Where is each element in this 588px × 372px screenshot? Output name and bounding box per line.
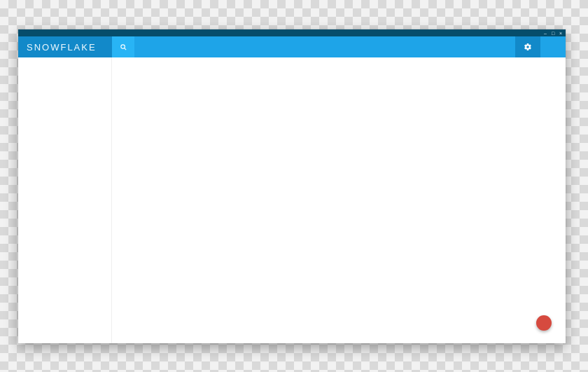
transparency-stage: – □ × SNOWFLAKE [0, 0, 588, 372]
search-input[interactable] [134, 36, 515, 57]
search-icon [120, 43, 127, 51]
search-button[interactable] [112, 36, 134, 57]
brand-label: SNOWFLAKE [27, 42, 97, 53]
os-titlebar: – □ × [18, 29, 566, 36]
svg-line-1 [124, 48, 126, 50]
header-tail [540, 36, 566, 57]
minimize-icon: – [544, 31, 547, 36]
app-window: – □ × SNOWFLAKE [18, 29, 566, 343]
app-header: SNOWFLAKE [18, 36, 566, 57]
svg-point-0 [120, 44, 125, 48]
window-minimize-button[interactable]: – [542, 30, 548, 36]
window-close-button[interactable]: × [558, 30, 564, 36]
app-body [18, 57, 566, 343]
main-content [112, 57, 566, 343]
close-icon: × [559, 31, 562, 36]
gear-icon [524, 43, 532, 51]
sidebar [18, 57, 112, 343]
search-field-wrap [134, 36, 515, 57]
app-brand: SNOWFLAKE [18, 36, 112, 57]
fab-button[interactable] [536, 315, 552, 331]
settings-button[interactable] [515, 36, 540, 57]
window-maximize-button[interactable]: □ [550, 30, 556, 36]
maximize-icon: □ [552, 31, 554, 36]
